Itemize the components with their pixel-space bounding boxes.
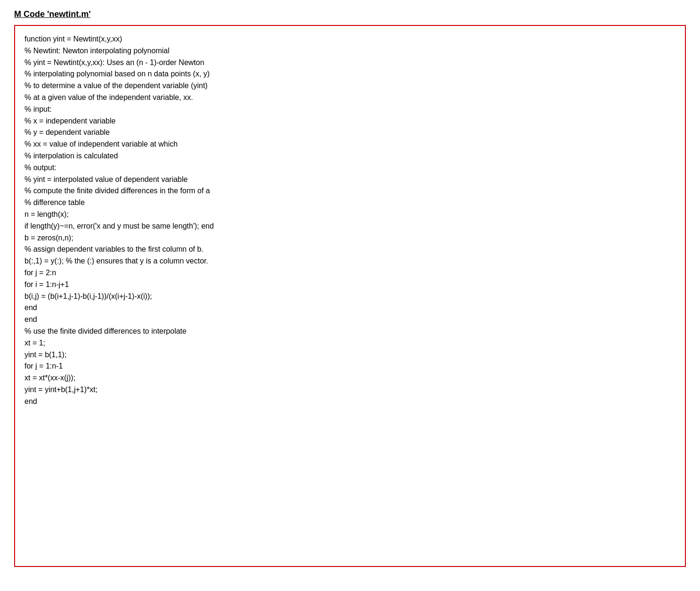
code-line: % interpolating polynomial based on n da… (24, 68, 676, 80)
code-line: % yint = interpolated value of dependent… (24, 174, 676, 186)
code-line: for i = 1:n-j+1 (24, 279, 676, 291)
code-line: function yint = Newtint(x,y,xx) (24, 33, 676, 45)
code-line: % input: (24, 104, 676, 115)
page-title: M Code 'newtint.m' (14, 9, 686, 19)
code-line: end (24, 302, 676, 314)
code-line: b(i,j) = (b(i+1,j-1)-b(i,j-1))/(x(i+j-1)… (24, 291, 676, 303)
code-line: xt = xt*(xx-x(j)); (24, 372, 676, 384)
code-line: % use the finite divided differences to … (24, 326, 676, 337)
code-line: end (24, 396, 676, 408)
code-line: n = length(x); (24, 209, 676, 221)
code-line: if length(y)~=n, error('x and y must be … (24, 221, 676, 232)
code-line: % xx = value of independent variable at … (24, 139, 676, 150)
code-line: % y = dependent variable (24, 127, 676, 139)
code-line: for j = 1:n-1 (24, 361, 676, 372)
code-line: % yint = Newtint(x,y,xx): Uses an (n - 1… (24, 57, 676, 69)
code-line: % interpolation is calculated (24, 150, 676, 162)
code-line: yint = b(1,1); (24, 349, 676, 361)
code-line: b = zeros(n,n); (24, 232, 676, 244)
code-line: % Newtint: Newton interpolating polynomi… (24, 45, 676, 57)
code-line: % output: (24, 162, 676, 174)
code-line: xt = 1; (24, 337, 676, 349)
code-line: % to determine a value of the dependent … (24, 80, 676, 92)
code-line: % at a given value of the independent va… (24, 92, 676, 104)
code-line: for j = 2:n (24, 267, 676, 279)
code-line: end (24, 314, 676, 326)
code-line: % compute the finite divided differences… (24, 185, 676, 197)
code-line: % x = independent variable (24, 115, 676, 127)
code-line: % assign dependent variables to the firs… (24, 244, 676, 255)
code-line: yint = yint+b(1,j+1)*xt; (24, 384, 676, 396)
code-line: b(:,1) = y(:); % the (:) ensures that y … (24, 255, 676, 267)
code-box: function yint = Newtint(x,y,xx)% Newtint… (14, 25, 686, 567)
code-line: % difference table (24, 197, 676, 209)
